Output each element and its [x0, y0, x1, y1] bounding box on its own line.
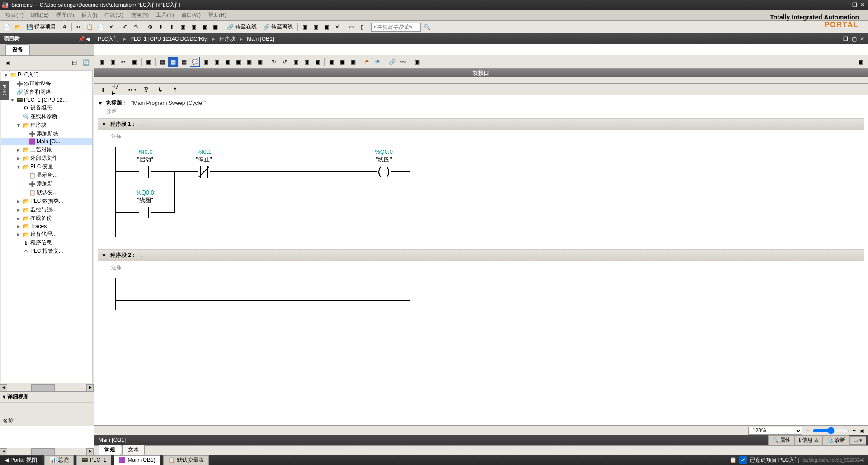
et-icon-15[interactable]: ▣: [255, 57, 265, 67]
search-icon[interactable]: 🔍: [422, 22, 432, 32]
zoom-slider[interactable]: [813, 427, 849, 434]
tb-icon-6[interactable]: ▣: [311, 22, 321, 32]
tree-item-11[interactable]: ▼📂PLC 变量: [1, 162, 92, 171]
et-icon-14[interactable]: ▣: [244, 57, 254, 67]
tree-item-6[interactable]: ▼📂程序块: [1, 121, 92, 129]
tree-sync-icon[interactable]: 🔄: [81, 57, 91, 67]
tree-item-4[interactable]: ⚙设备组态: [1, 104, 92, 112]
crumb-1[interactable]: PLC_1 [CPU 1214C DC/DC/Rly]: [130, 36, 208, 42]
tree-item-3[interactable]: ▼📟PLC_1 [CPU 12...: [1, 96, 92, 104]
network-2-collapse-icon[interactable]: ▼: [101, 252, 107, 259]
tb-icon-2[interactable]: ▣: [189, 22, 198, 32]
branch-close-icon[interactable]: ↰: [169, 85, 181, 94]
undo-icon[interactable]: ↶: [120, 22, 130, 32]
monitor-off-icon[interactable]: 👁: [373, 57, 383, 67]
tb-icon-3[interactable]: ▣: [199, 22, 209, 32]
tree-view-icon[interactable]: ▤: [70, 57, 80, 67]
block-collapse-icon[interactable]: ▼: [98, 100, 103, 106]
go-online-button[interactable]: 🔗 转至在线: [224, 22, 259, 32]
contact-no-icon[interactable]: ⊣⊢: [97, 85, 108, 94]
task-button-2[interactable]: 🟪Main (OB1): [114, 455, 160, 465]
collapse-left-icon[interactable]: ◀: [86, 36, 90, 42]
menu-view[interactable]: 视图(V): [52, 10, 78, 20]
tree-item-18[interactable]: ▸📂Traces: [1, 223, 92, 230]
editor-max-icon[interactable]: ▢: [852, 36, 857, 42]
coil-icon[interactable]: ⊸⊷: [126, 85, 137, 94]
tb-icon-8[interactable]: ✕: [332, 22, 342, 32]
et-icon-22[interactable]: ▣: [337, 57, 347, 67]
tree-item-17[interactable]: ▸📂在线备份: [1, 214, 92, 223]
network-2-header[interactable]: ▼ 程序段 2： ...: [98, 249, 864, 261]
search-input[interactable]: [371, 23, 421, 32]
tree-item-12[interactable]: 📋显示所...: [1, 171, 92, 180]
crumb-3[interactable]: Main [OB1]: [247, 36, 274, 42]
et-icon-2[interactable]: ▣: [108, 57, 118, 67]
tree-item-2[interactable]: 🔗设备和网络: [1, 88, 92, 96]
crumb-0[interactable]: PLC入门: [98, 36, 119, 42]
et-icon-10[interactable]: ▣: [201, 57, 211, 67]
et-icon-7[interactable]: ▤: [168, 57, 178, 67]
editor-close-icon[interactable]: ✕: [860, 36, 864, 42]
menu-window[interactable]: 窗口(W): [178, 10, 204, 20]
go-offline-button[interactable]: 🔗 转至离线: [260, 22, 296, 32]
minimize-button[interactable]: —: [843, 2, 850, 8]
detail-view-header[interactable]: ▾详细视图: [0, 392, 94, 403]
tab-properties[interactable]: 🔍 属性: [768, 435, 795, 446]
et-icon-8[interactable]: ▤: [179, 57, 189, 67]
et-icon-17[interactable]: ↺: [280, 57, 290, 67]
save-project-button[interactable]: 💾 保存项目: [24, 22, 59, 32]
et-icon-20[interactable]: ▣: [312, 57, 322, 67]
et-icon-9[interactable]: 💬: [190, 57, 200, 67]
monitor-on-icon[interactable]: 👁: [362, 57, 372, 67]
editor-min-icon[interactable]: —: [835, 36, 840, 42]
device-tab[interactable]: 设备: [5, 44, 30, 55]
menu-online[interactable]: 在线(O): [101, 10, 127, 20]
side-tab-plc-prog[interactable]: PLC 编程: [0, 81, 9, 100]
editor-restore-icon[interactable]: ❐: [843, 36, 848, 42]
menu-tools[interactable]: 工具(T): [152, 10, 177, 20]
contact-nc-icon[interactable]: ⊣/⊢: [111, 85, 123, 94]
zoom-fit-icon[interactable]: ▣: [859, 427, 864, 434]
tree-item-20[interactable]: ℹ程序信息: [1, 238, 92, 247]
footer-tab-text[interactable]: 文本: [122, 445, 145, 455]
menu-help[interactable]: 帮助(H): [204, 10, 230, 20]
tab-info[interactable]: ℹ 信息 ⚠: [795, 435, 823, 446]
download-icon[interactable]: ⬇: [156, 22, 166, 32]
box-icon[interactable]: ⁇: [140, 85, 152, 94]
crumb-2[interactable]: 程序块: [219, 36, 236, 42]
task-button-1[interactable]: 📟PLC_1: [76, 455, 112, 465]
et-icon-16[interactable]: ↻: [269, 57, 279, 67]
tree-tb-icon[interactable]: ▣: [3, 57, 13, 67]
network-1-collapse-icon[interactable]: ▼: [101, 121, 107, 128]
redo-icon[interactable]: ↷: [131, 22, 141, 32]
tree-item-15[interactable]: ▸📂PLC 数据类...: [1, 197, 92, 205]
portal-view-button[interactable]: ◀ Portal 视图: [0, 456, 42, 465]
zoom-select[interactable]: 120%: [748, 427, 802, 435]
tree-item-1[interactable]: ➕添加新设备: [1, 79, 92, 88]
print-icon[interactable]: 🖨: [60, 22, 70, 32]
branch-open-icon[interactable]: ↳: [155, 85, 166, 94]
et-icon-12[interactable]: ▣: [222, 57, 232, 67]
et-icon-23[interactable]: ▣: [348, 57, 358, 67]
new-project-icon[interactable]: 📄: [2, 22, 12, 32]
zoom-in-icon[interactable]: +: [853, 427, 856, 434]
copy-icon[interactable]: 📋: [85, 22, 94, 32]
task-button-3[interactable]: 📋默认变量表: [163, 455, 209, 465]
pin-icon[interactable]: 📌: [78, 36, 85, 42]
zoom-out-icon[interactable]: −: [806, 427, 809, 434]
ladder-editor[interactable]: ▼ 块标题： "Main Program Sweep (Cycle)" 注释 ▼…: [94, 95, 868, 425]
paste-icon[interactable]: 📄: [95, 22, 105, 32]
open-project-icon[interactable]: 📂: [13, 22, 23, 32]
et-icon-19[interactable]: ▣: [302, 57, 311, 67]
tree-item-21[interactable]: ⚠PLC 报警文...: [1, 247, 92, 256]
et-icon-24[interactable]: 🔗: [387, 57, 397, 67]
et-icon-1[interactable]: ▣: [97, 57, 107, 67]
interface-header[interactable]: 块接口: [94, 69, 868, 77]
et-icon-26[interactable]: ▣: [412, 57, 422, 67]
tb-icon-4[interactable]: ▣: [210, 22, 220, 32]
et-icon-right[interactable]: ▣: [855, 57, 865, 67]
tree-item-5[interactable]: 🔍在线和诊断: [1, 112, 92, 121]
et-icon-13[interactable]: ▣: [233, 57, 243, 67]
tb-icon-1[interactable]: ▣: [178, 22, 188, 32]
tree-item-19[interactable]: ▸📂设备代理...: [1, 230, 92, 238]
